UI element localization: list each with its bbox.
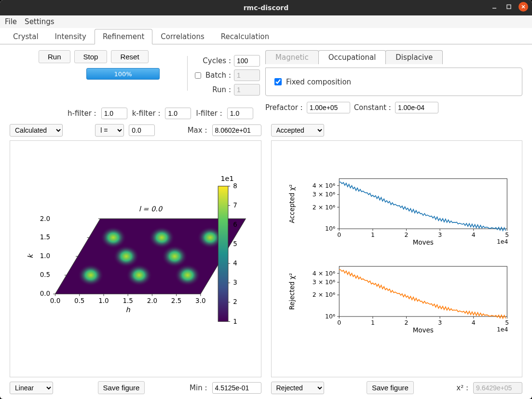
svg-text:0.0: 0.0 [40, 289, 50, 297]
svg-text:3: 3 [233, 278, 237, 286]
subtab-panel: Fixed composition [265, 68, 522, 96]
min-label: Min : [190, 384, 207, 392]
svg-text:2: 2 [404, 319, 408, 326]
lines-svg: 10⁶2 × 10⁶3 × 10⁶4 × 10⁶0123451e4MovesAc… [272, 141, 522, 377]
svg-text:Accepted χ²: Accepted χ² [287, 184, 295, 223]
svg-text:1e4: 1e4 [496, 238, 508, 245]
chi2-output [473, 382, 522, 394]
svg-text:l = 0.0: l = 0.0 [139, 205, 163, 213]
batch-input [234, 69, 260, 81]
svg-text:0.0: 0.0 [50, 297, 60, 304]
svg-point-13 [162, 245, 188, 267]
lfilter-input[interactable] [227, 108, 253, 119]
tab-correlations[interactable]: Correlations [152, 29, 213, 44]
svg-text:2.0: 2.0 [40, 215, 50, 222]
slice-value-input[interactable] [129, 124, 155, 136]
kfilter-input[interactable] [165, 108, 191, 119]
svg-point-7 [126, 264, 152, 286]
hfilter-label: h-filter : [68, 109, 96, 118]
tabbar: Crystal Intensity Refinement Correlation… [0, 28, 532, 44]
slice-combo[interactable]: l = [95, 124, 124, 137]
chi2-plot: 10⁶2 × 10⁶3 × 10⁶4 × 10⁶0123451e4MovesAc… [271, 140, 523, 377]
constant-input[interactable] [395, 102, 438, 113]
svg-text:1: 1 [370, 231, 374, 238]
svg-text:2: 2 [233, 298, 237, 305]
svg-text:2 × 10⁶: 2 × 10⁶ [312, 204, 335, 211]
divider [187, 56, 188, 91]
close-button[interactable] [518, 2, 528, 12]
svg-text:0: 0 [337, 231, 341, 238]
batch-checkbox[interactable] [195, 72, 201, 79]
svg-text:4 × 10⁶: 4 × 10⁶ [312, 182, 335, 189]
svg-text:0: 0 [337, 319, 341, 326]
svg-text:2: 2 [404, 231, 408, 238]
svg-text:10⁶: 10⁶ [325, 225, 335, 232]
svg-text:4: 4 [471, 319, 475, 326]
left-mode-combo[interactable]: Calculated [10, 124, 63, 137]
app-window: rmc-discord File Settings Crystal Intens… [0, 0, 532, 399]
kfilter-label: k-filter : [132, 109, 161, 118]
svg-text:3 × 10⁶: 3 × 10⁶ [312, 191, 335, 198]
svg-rect-81 [339, 266, 507, 316]
heatmap-plot: l = 0.01e1 0.00.51.01.52.02.53.0h0.00.51… [10, 140, 261, 377]
stop-button[interactable]: Stop [74, 50, 108, 63]
svg-text:1.0: 1.0 [40, 252, 50, 260]
hfilter-input[interactable] [101, 108, 127, 119]
svg-point-12 [113, 245, 139, 267]
reset-button[interactable]: Reset [111, 50, 148, 63]
right-top-combo[interactable]: Accepted [271, 124, 324, 137]
cycles-input[interactable] [234, 55, 260, 67]
svg-text:k: k [27, 253, 34, 259]
menu-settings[interactable]: Settings [25, 17, 55, 26]
maximize-button[interactable] [504, 2, 514, 12]
svg-text:5: 5 [233, 240, 237, 248]
scale-combo[interactable]: Linear [10, 382, 53, 394]
right-bottom-combo[interactable]: Rejected [271, 382, 324, 394]
menu-file[interactable]: File [5, 17, 17, 26]
right-save-figure-button[interactable]: Save figure [367, 381, 414, 394]
tab-refinement[interactable]: Refinement [95, 29, 152, 44]
fixed-composition-checkbox[interactable] [274, 78, 282, 85]
svg-point-9 [100, 226, 126, 248]
subtab-displacive[interactable]: Displacive [385, 50, 443, 64]
svg-text:Moves: Moves [412, 326, 433, 334]
run-input [234, 84, 260, 96]
chi2-label: x² : [456, 384, 468, 392]
svg-text:0.5: 0.5 [40, 271, 50, 278]
cycles-label: Cycles : [203, 56, 231, 65]
svg-text:5: 5 [505, 319, 509, 326]
svg-text:8: 8 [233, 182, 237, 190]
svg-text:2.5: 2.5 [171, 297, 181, 304]
tab-intensity[interactable]: Intensity [47, 29, 95, 44]
minimize-button[interactable] [490, 2, 499, 12]
tab-recalculation[interactable]: Recalculation [213, 29, 277, 44]
svg-text:3: 3 [438, 319, 442, 326]
run-button[interactable]: Run [39, 50, 70, 63]
prefactor-label: Prefactor : [265, 103, 303, 112]
svg-text:6: 6 [233, 220, 237, 228]
subtab-occupational[interactable]: Occupational [318, 50, 386, 64]
subtab-magnetic[interactable]: Magnetic [265, 50, 319, 64]
fixed-composition-label: Fixed composition [286, 78, 351, 86]
svg-text:0.5: 0.5 [74, 297, 84, 304]
svg-text:4: 4 [471, 231, 475, 238]
svg-rect-40 [218, 186, 228, 322]
svg-rect-1 [507, 5, 511, 9]
min-input[interactable] [212, 382, 261, 394]
svg-text:4 × 10⁶: 4 × 10⁶ [312, 270, 335, 277]
titlebar: rmc-discord [0, 0, 532, 15]
max-label: Max : [188, 126, 207, 135]
fixed-composition-check[interactable]: Fixed composition [273, 77, 515, 87]
svg-text:1: 1 [370, 319, 374, 326]
svg-text:5: 5 [505, 231, 509, 238]
max-input[interactable] [212, 124, 261, 136]
window-title: rmc-discord [244, 4, 289, 12]
svg-text:4: 4 [233, 259, 237, 267]
left-save-figure-button[interactable]: Save figure [98, 381, 145, 394]
svg-text:10⁶: 10⁶ [325, 313, 335, 320]
svg-text:3.0: 3.0 [195, 297, 205, 304]
prefactor-input[interactable] [307, 102, 350, 113]
svg-point-8 [175, 264, 201, 286]
tab-crystal[interactable]: Crystal [5, 29, 47, 44]
svg-text:7: 7 [233, 201, 237, 209]
